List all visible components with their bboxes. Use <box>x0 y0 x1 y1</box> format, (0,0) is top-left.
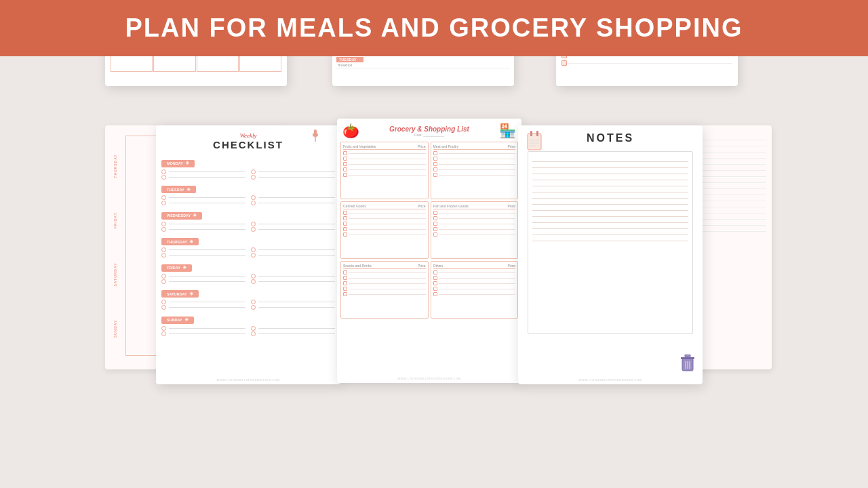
notes-title: NOTES <box>518 125 703 148</box>
day-thursday: THURSDAY☀ <box>161 234 335 258</box>
section-meat: Meat and Poultry Price <box>431 142 519 199</box>
day-friday: FRIDAY☀ <box>161 260 335 284</box>
section-others: Others Price <box>431 261 519 319</box>
grocery-list-card: 🍅 Grocery & Shopping List Date: ________… <box>337 119 521 383</box>
day-wednesday: WEDNESDAY☀ <box>161 207 335 232</box>
section-canned: Canned Goods Price <box>340 201 429 259</box>
svg-rect-11 <box>685 354 690 357</box>
grocery-list-header: 🍅 Grocery & Shopping List Date: ________… <box>337 119 521 140</box>
trash-icon <box>681 354 694 375</box>
banner: PLAN FOR MEALS AND GROCERY SHOPPING <box>0 0 868 56</box>
checklist-footer: WWW.LIVINGWELLSPENDINGLESS.COM <box>156 378 340 382</box>
page-layout: 🥗 Weekly MEAL PLANNER 🍊 Dates: _________… <box>0 0 868 488</box>
grocery-list-title: Grocery & Shopping List Date: __________… <box>362 125 496 137</box>
tomato-icon: 🍅 <box>342 123 359 139</box>
day-tuesday: TUESDAY☀ <box>161 182 335 206</box>
day-saturday: SATURDAY☀ <box>161 286 335 310</box>
day-monday: MONDAY☀ <box>161 155 335 180</box>
grocery-list-footer: WWW.LIVINGWELLSPENDINGLESS.COM <box>337 377 521 380</box>
shop-icon: 🏪 <box>499 123 516 139</box>
notepad-icon <box>526 131 542 154</box>
pin-icon <box>311 129 320 144</box>
svg-rect-5 <box>536 131 538 136</box>
day-sunday: SUNDAY☀ <box>161 312 335 336</box>
checklist-days: MONDAY☀ TUESDAY☀ WEDNESDAY☀ <box>156 155 340 336</box>
notes-lines-box <box>528 151 693 334</box>
banner-text: PLAN FOR MEALS AND GROCERY SHOPPING <box>125 14 743 42</box>
notes-card: NOTES <box>518 125 703 384</box>
notes-footer: WWW.LIVINGWELLSPENDINGLESS.COM <box>518 378 703 382</box>
section-fish: Fish and Frozen Goods Price <box>431 201 519 259</box>
section-fruits-veg: Fruits and Vegetables Price <box>340 142 429 199</box>
section-snacks: Snacks and Drinks Price <box>340 261 429 319</box>
svg-point-1 <box>313 133 318 137</box>
svg-rect-4 <box>530 131 532 136</box>
svg-rect-3 <box>528 134 541 150</box>
grocery-sections: Fruits and Vegetables Price Meat and Pou… <box>337 140 521 320</box>
weekly-checklist-card: Weekly CHECKLIST MONDAY☀ TUESDAY☀ <box>156 125 340 384</box>
